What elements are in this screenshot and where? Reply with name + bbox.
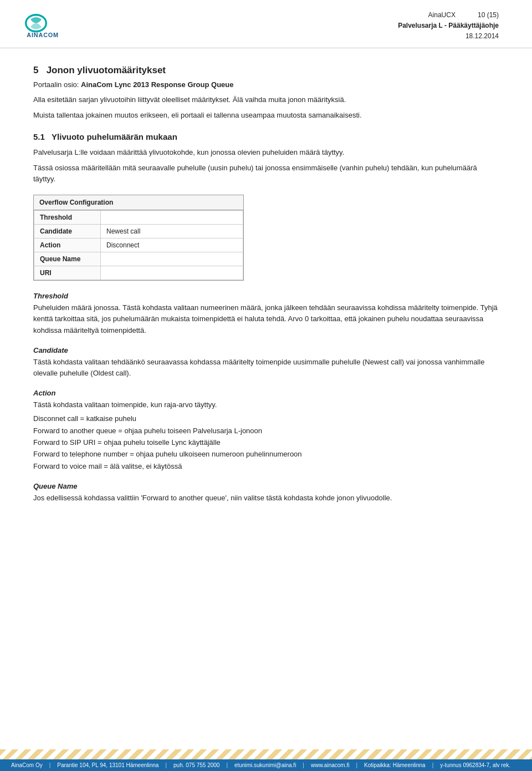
candidate-desc: Candidate Tästä kohdasta valitaan tehdää… xyxy=(33,346,499,379)
section5-para2: Muista tallentaa jokainen muutos eriksee… xyxy=(33,110,499,121)
row-value xyxy=(101,211,243,225)
footer-decoration xyxy=(0,749,532,759)
page-number: 10 (15) xyxy=(478,11,499,19)
table-row: URI xyxy=(34,266,243,280)
section51-para2: Tässä osiossa määritellään mitä seuraava… xyxy=(33,163,499,185)
candidate-label: Candidate xyxy=(33,346,499,354)
table-row: ActionDisconnect xyxy=(34,239,243,252)
action-list: Disconnet call = katkaise puheluForward … xyxy=(33,413,499,472)
queue-name-text: Jos edellisessä kohdassa valittiin 'Forw… xyxy=(33,493,499,504)
page-header: AINACOM AinaUCX 10 (15) Palvelusarja L -… xyxy=(0,0,532,48)
footer-kotipaikka: Kotipaikka: Hämeenlinna xyxy=(364,762,426,768)
list-item: Forward to voice mail = älä valitse, ei … xyxy=(33,460,499,472)
threshold-text: Puheluiden määrä jonossa. Tästä kohdasta… xyxy=(33,302,499,336)
action-text: Tästä kohdasta valitaan toimenpide, kun … xyxy=(33,399,499,410)
section5-para1: Alla esitetään sarjan ylivuotoihin liitt… xyxy=(33,94,499,105)
footer-address: Parantie 104, PL 94, 13101 Hämeenlinna xyxy=(57,762,158,768)
main-content: 5 Jonon ylivuotomääritykset Portaalin os… xyxy=(0,48,532,525)
queue-name-desc: Queue Name Jos edellisessä kohdassa vali… xyxy=(33,482,499,504)
action-desc: Action Tästä kohdasta valitaan toimenpid… xyxy=(33,389,499,472)
overflow-config-box: Overflow Configuration ThresholdCandidat… xyxy=(33,195,244,281)
header-info: AinaUCX 10 (15) Palvelusarja L - Pääkäyt… xyxy=(398,10,499,42)
list-item: Forward to another queue = ohjaa puhelu … xyxy=(33,425,499,437)
candidate-text: Tästä kohdasta valitaan tehdäänkö seuraa… xyxy=(33,357,499,379)
row-label: URI xyxy=(34,266,101,280)
doc-date: 18.12.2014 xyxy=(398,31,499,42)
threshold-desc: Threshold Puheluiden määrä jonossa. Täst… xyxy=(33,292,499,336)
company-name: AinaUCX xyxy=(428,11,456,19)
section51-title: 5.1 Ylivuoto puhelumäärän mukaan xyxy=(33,132,499,141)
doc-title: Palvelusarja L - Pääkäyttäjäohje xyxy=(398,21,499,31)
table-row: Queue Name xyxy=(34,252,243,266)
portal-line: Portaalin osio: AinaCom Lync 2013 Respon… xyxy=(33,80,499,89)
footer-company: AinaCom Oy xyxy=(11,762,43,768)
logo-area: AINACOM xyxy=(22,10,78,40)
row-value: Disconnect xyxy=(101,239,243,252)
page-footer: AinaCom Oy | Parantie 104, PL 94, 13101 … xyxy=(0,749,532,771)
row-label: Queue Name xyxy=(34,252,101,266)
row-label: Threshold xyxy=(34,211,101,225)
svg-text:AINACOM: AINACOM xyxy=(27,32,59,38)
queue-name-label: Queue Name xyxy=(33,482,499,490)
footer-phone: puh. 075 755 2000 xyxy=(173,762,219,768)
row-value: Newest call xyxy=(101,225,243,239)
list-item: Forward to SIP URI = ohjaa puhelu toisel… xyxy=(33,437,499,448)
row-value xyxy=(101,266,243,280)
footer-website: www.ainacom.fi xyxy=(311,762,349,768)
ainacom-logo: AINACOM xyxy=(22,10,78,40)
footer-ytunnus: y-tunnus 0962834-7, alv rek. xyxy=(440,762,510,768)
list-item: Disconnet call = katkaise puhelu xyxy=(33,413,499,424)
table-row: Threshold xyxy=(34,211,243,225)
footer-email: etunimi.sukunimi@aina.fi xyxy=(234,762,296,768)
overflow-table: ThresholdCandidateNewest callActionDisco… xyxy=(34,210,243,280)
row-label: Candidate xyxy=(34,225,101,239)
section51-para1: Palvelusarja L:lle voidaan määrittää yli… xyxy=(33,147,499,158)
list-item: Forward to telephone number = ohjaa puhe… xyxy=(33,448,499,460)
footer-bar: AinaCom Oy | Parantie 104, PL 94, 13101 … xyxy=(0,759,532,771)
section5-title: 5 Jonon ylivuotomääritykset xyxy=(33,65,499,76)
company-doc: AinaUCX 10 (15) xyxy=(398,10,499,21)
threshold-label: Threshold xyxy=(33,292,499,300)
overflow-config-title: Overflow Configuration xyxy=(34,195,243,210)
table-row: CandidateNewest call xyxy=(34,225,243,239)
action-label: Action xyxy=(33,389,499,397)
row-value xyxy=(101,252,243,266)
row-label: Action xyxy=(34,239,101,252)
